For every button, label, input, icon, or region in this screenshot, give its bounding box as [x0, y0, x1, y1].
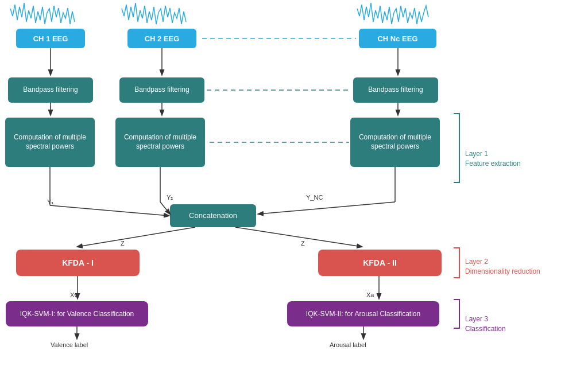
- kfda-1-box: KFDA - I: [16, 250, 140, 276]
- xa-label: Xa: [366, 291, 374, 298]
- diagram: CH 1 EEG CH 2 EEG CH Nc EEG Bandpass fil…: [0, 0, 588, 389]
- spectral-box-Nc: Computation of multiple spectral powers: [350, 118, 440, 167]
- chNc-eeg-box: CH Nc EEG: [359, 29, 436, 48]
- svg-line-15: [78, 227, 195, 247]
- ch2-eeg-box: CH 2 EEG: [127, 29, 196, 48]
- y2-label: Y₂: [167, 194, 173, 201]
- svg-line-12: [160, 202, 170, 214]
- svm-1-box: IQK-SVM-I: for Valence Classification: [6, 301, 148, 326]
- spectral-box-2: Computation of multiple spectral powers: [115, 118, 205, 167]
- arousal-label: Arousal label: [330, 341, 366, 348]
- bandpass-box-1: Bandpass filtering: [8, 77, 93, 103]
- concatenation-box: Concatenation: [170, 204, 256, 227]
- y1-label: Y₁: [47, 199, 53, 206]
- ch1-eeg-box: CH 1 EEG: [16, 29, 85, 48]
- layer2-label: Layer 2 Dimensionality reduction: [465, 257, 540, 277]
- bandpass-box-2: Bandpass filtering: [119, 77, 204, 103]
- yNc-label: Y_NC: [306, 194, 323, 201]
- z1-label: Z: [121, 240, 125, 247]
- svm-2-box: IQK-SVM-II: for Arousal Classification: [287, 301, 439, 326]
- valence-label: Valence label: [51, 341, 88, 348]
- svg-line-14: [258, 202, 395, 214]
- svg-line-10: [50, 205, 169, 216]
- spectral-box-1: Computation of multiple spectral powers: [5, 118, 95, 167]
- layer3-label: Layer 3 Classification: [465, 314, 506, 334]
- bandpass-box-Nc: Bandpass filtering: [353, 77, 438, 103]
- layer1-label: Layer 1 Feature extraction: [465, 149, 521, 169]
- z2-label: Z: [301, 240, 305, 247]
- xv-label: Xv: [70, 291, 78, 298]
- kfda-2-box: KFDA - II: [318, 250, 442, 276]
- svg-line-16: [235, 227, 362, 247]
